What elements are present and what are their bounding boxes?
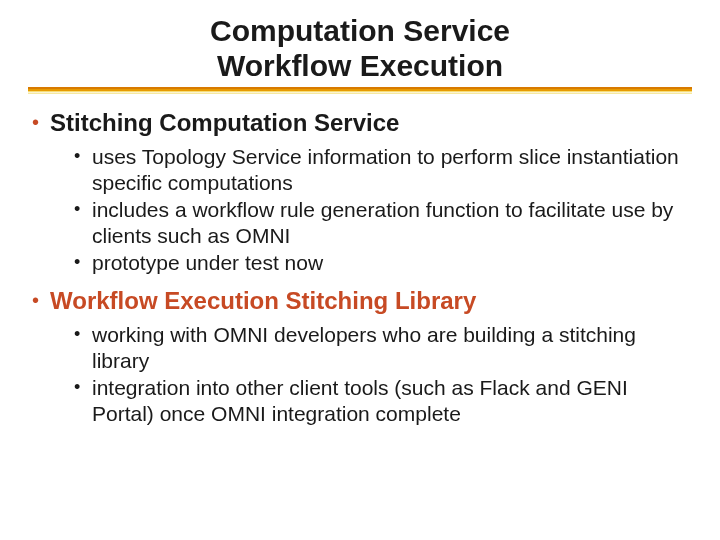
item-heading: Stitching Computation Service (50, 108, 694, 138)
slide-title: Computation Service Workflow Execution (20, 14, 700, 83)
list-item: Stitching Computation Service uses Topol… (28, 108, 694, 276)
slide: Computation Service Workflow Execution S… (0, 0, 720, 540)
title-line-2: Workflow Execution (20, 49, 700, 84)
sub-item: prototype under test now (72, 250, 686, 276)
body-list: Stitching Computation Service uses Topol… (20, 108, 700, 426)
list-item: Workflow Execution Stitching Library wor… (28, 286, 694, 426)
title-divider (28, 87, 692, 94)
sub-item: integration into other client tools (suc… (72, 375, 686, 426)
title-line-1: Computation Service (20, 14, 700, 49)
sub-item: working with OMNI developers who are bui… (72, 322, 686, 373)
sub-item: uses Topology Service information to per… (72, 144, 686, 195)
sub-list: uses Topology Service information to per… (50, 144, 694, 276)
item-heading: Workflow Execution Stitching Library (50, 286, 694, 316)
sub-item: includes a workflow rule generation func… (72, 197, 686, 248)
sub-list: working with OMNI developers who are bui… (50, 322, 694, 426)
